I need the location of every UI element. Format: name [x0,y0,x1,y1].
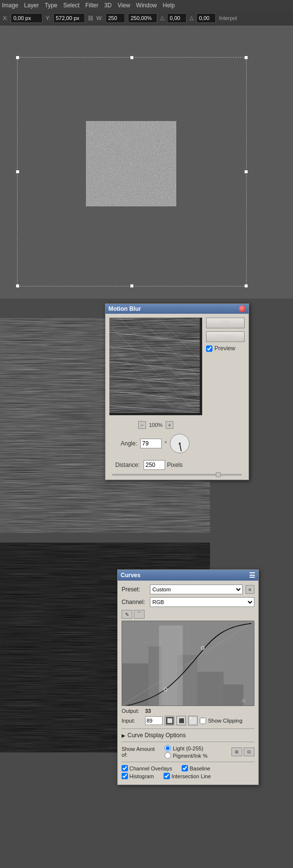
show-clipping-label: Show Clipping [208,718,242,724]
handle-br[interactable] [244,284,248,288]
menu-window[interactable]: Window [136,2,157,9]
distance-slider-container [105,474,249,480]
angle-line [179,444,182,451]
motion-blur-dialog: Motion Blur [105,303,249,480]
cancel-button[interactable]: Cancel [206,331,245,342]
intersection-line-label: Intersection Line [171,773,211,779]
channel-select[interactable]: RGB [150,597,254,607]
channel-overlays-checkbox[interactable] [122,765,128,771]
preset-select[interactable]: Custom [150,585,243,594]
menu-layer[interactable]: Layer [24,2,39,9]
handle-bm[interactable] [130,284,134,288]
light-radio[interactable] [165,745,171,751]
distance-slider-track[interactable] [112,474,242,476]
distance-input[interactable] [144,460,165,470]
tool-icons-row: ✎ ⌒ [122,610,254,619]
curve-display-opts[interactable]: ▶ Curve Display Options [122,732,254,739]
toolbar-w-input[interactable] [105,13,125,23]
grid-10x10-button[interactable]: ⊟ [244,747,254,756]
motion-blur-close-button[interactable] [239,305,246,312]
pigment-label: Pigment/Ink % [173,753,208,759]
pigment-radio[interactable] [165,752,171,759]
eyedropper-row: 🔲 🔳 ⬜ [165,716,198,726]
show-clipping-row: Show Clipping [200,718,242,724]
toolbar: X: Y: ⛓ W: △ △ Interpol [0,11,293,25]
handle-tm[interactable] [130,56,134,60]
angle-wheel[interactable] [170,434,189,453]
baseline-label: Baseline [189,766,210,771]
canvas-area-transform: + [0,25,293,299]
input-field[interactable] [145,716,163,725]
motion-blur-title: Motion Blur [108,305,141,312]
distance-slider-thumb[interactable] [216,472,221,477]
toolbar-interp-label: Interpol [219,15,237,21]
menu-select[interactable]: Select [63,2,79,9]
toolbar-angle-input[interactable] [167,13,187,23]
toolbar-h-input[interactable] [128,13,157,23]
toolbar-angle-label: △ [160,15,164,21]
histogram-label: Histogram [129,773,154,779]
show-amount-row: Show Amount of: Light (0-255) Pigment/In… [122,745,254,759]
curves-graph[interactable]: ⚠ [122,621,254,706]
curve-display-label: Curve Display Options [127,732,186,739]
collapse-arrow-icon[interactable]: ▶ [122,733,126,738]
menu-type[interactable]: Type [44,2,57,9]
toolbar-x-input[interactable] [11,13,42,23]
divider-3 [122,762,254,762]
show-clipping-checkbox[interactable] [200,718,206,724]
distance-label: Distance: [110,462,140,468]
handle-mr[interactable] [244,170,248,174]
baseline-item: Baseline [182,765,210,771]
smooth-tool-button[interactable]: ⌒ [134,610,145,619]
zoom-level-label: 100% [149,422,163,428]
distance-row: Distance: Pixels [105,460,249,474]
menu-view[interactable]: View [118,2,130,9]
handle-tl[interactable] [16,56,20,60]
handle-ml[interactable] [16,170,20,174]
menu-filter[interactable]: Filter [85,2,99,9]
grid-4x4-button[interactable]: ⊞ [231,747,242,756]
canvas-frame: + [17,57,247,286]
zoom-in-button[interactable]: + [166,421,173,429]
channel-row: Channel: RGB [122,597,254,607]
motion-blur-preview [109,318,202,415]
preview-checkbox[interactable] [206,345,212,352]
pencil-tool-button[interactable]: ✎ [122,610,132,619]
eyedropper-black-button[interactable]: 🔲 [165,716,174,726]
channel-label: Channel: [122,599,147,606]
show-amount-section: Show Amount of: Light (0-255) Pigment/In… [122,745,254,759]
toolbar-y-input[interactable] [53,13,85,23]
baseline-checkbox[interactable] [182,765,188,771]
angle-unit: ° [165,440,167,447]
show-amount-label: Show Amount of: [122,746,161,758]
handle-tr[interactable] [244,56,248,60]
eyedropper-white-button[interactable]: ⬜ [188,716,198,726]
histogram-checkbox[interactable] [122,773,128,779]
preset-options-button[interactable]: ≡ [246,585,254,594]
show-section: Channel Overlays Baseline Histogram Inte… [122,765,254,779]
toolbar-skew-label: △ [189,15,193,21]
svg-rect-54 [224,685,244,706]
curves-options-icon[interactable]: ☰ [249,571,255,579]
curves-title-label: Curves [121,572,141,579]
intersection-line-item: Intersection Line [164,773,211,779]
menu-help[interactable]: Help [163,2,175,9]
toolbar-skew-input[interactable] [196,13,216,23]
curves-body: Preset: Custom ≡ Channel: RGB ✎ ⌒ [118,581,258,785]
handle-bl[interactable] [16,284,20,288]
show-row-1: Channel Overlays Baseline [122,765,254,771]
motion-blur-params: Angle: ° [105,431,249,460]
intersection-line-checkbox[interactable] [164,773,170,779]
menu-3d[interactable]: 3D [104,2,111,9]
eyedropper-gray-button[interactable]: 🔳 [176,716,186,726]
input-label: Input: [122,718,143,724]
angle-input[interactable] [140,439,162,448]
angle-label: Angle: [110,440,137,447]
svg-rect-49 [122,664,148,706]
menu-image[interactable]: Image [2,2,18,9]
ok-button[interactable]: OK [206,318,245,328]
motion-blur-titlebar: Motion Blur [105,304,249,314]
wheel-center [179,443,181,444]
zoom-out-button[interactable]: − [138,421,146,429]
preset-label: Preset: [122,586,147,593]
